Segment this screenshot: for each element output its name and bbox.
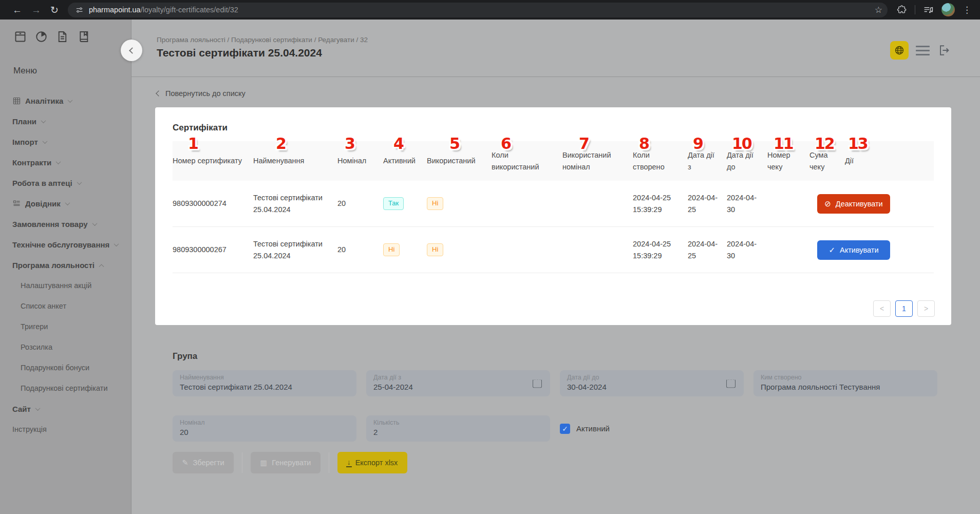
chevron-down-icon: [114, 241, 119, 246]
generate-button[interactable]: ▥ Генерувати: [251, 452, 321, 473]
cell-name: Тестові сертифікати 25.04.2024: [253, 231, 337, 269]
column-header: 5Використаний: [427, 141, 492, 181]
field-кількість[interactable]: Кількість2: [366, 415, 550, 442]
active-badge: Ні: [383, 243, 400, 256]
pie-chart-icon[interactable]: [34, 30, 48, 44]
annotation-mark-8: 8: [639, 136, 649, 151]
browser-menu-icon[interactable]: ⋮: [963, 5, 971, 15]
check-icon: ✓: [828, 245, 835, 255]
sidebar-item-довідник[interactable]: Довідник: [0, 193, 131, 214]
sidebar-item-розсилка[interactable]: Розсилка: [0, 337, 131, 357]
menu-toggle-button[interactable]: [916, 44, 930, 58]
column-header: 1Номер сертификату: [173, 141, 253, 181]
save-button[interactable]: ✎ Зберегти: [173, 452, 234, 473]
cell-date-from: 2024-04-25: [688, 231, 727, 269]
column-header-label: Коли використаний: [492, 149, 555, 173]
sidebar-item-сайт[interactable]: Сайт: [0, 398, 131, 419]
active-checkbox-label: Активний: [576, 424, 610, 433]
column-header-label: Номінал: [337, 155, 366, 166]
chevron-up-icon: [99, 264, 104, 269]
field-ким-створено[interactable]: Ким створеноПрограма лояльності Тестуван…: [753, 370, 937, 396]
chevron-down-icon: [77, 180, 82, 185]
address-bar[interactable]: pharmapoint.ua/loyalty/gift-certificates…: [68, 3, 888, 17]
sidebar-item-налаштування-акцій[interactable]: Налаштування акцій: [0, 275, 131, 296]
field-номінал[interactable]: Номінал20: [173, 415, 356, 442]
field-label: Найменування: [180, 374, 349, 382]
sidebar-item-робота-в-аптеці[interactable]: Робота в аптеці: [0, 173, 131, 193]
document-icon[interactable]: [55, 30, 69, 44]
column-header: 10Дата дії до: [727, 141, 767, 181]
sidebar-item-label: Сайт: [12, 405, 31, 413]
sidebar-item-подарункові-сертифікати[interactable]: Подарункові сертифікати: [0, 378, 131, 398]
cell-date-to: 2024-04-30: [727, 185, 767, 222]
used-badge: Ні: [427, 243, 443, 256]
sidebar-item-аналітика[interactable]: Аналітика: [0, 90, 131, 111]
sidebar-item-label: Подарункові сертифікати: [21, 384, 107, 392]
site-info-icon[interactable]: [75, 6, 84, 14]
sidebar-item-програма-лояльності[interactable]: Програма лояльності: [0, 255, 131, 275]
export-xlsx-button[interactable]: ↓ Експорт xlsx: [337, 452, 407, 473]
language-button[interactable]: [890, 41, 909, 60]
sidebar-collapse-button[interactable]: [121, 40, 142, 61]
save-button-label: Зберегти: [193, 459, 224, 467]
column-header: 3Номінал: [337, 141, 383, 181]
book-icon[interactable]: [77, 30, 90, 44]
logout-icon[interactable]: [937, 44, 950, 57]
browser-toolbar: ← → ↻ pharmapoint.ua/loyalty/gift-certif…: [0, 0, 980, 20]
extensions-icon[interactable]: [897, 5, 907, 15]
sidebar-item-інструкція[interactable]: Інструкція: [0, 419, 131, 440]
back-to-list-label: Повернутись до списку: [165, 89, 246, 98]
sidebar-item-label: Плани: [12, 117, 36, 126]
browser-forward-icon[interactable]: →: [31, 5, 41, 15]
pagination-prev-button[interactable]: <: [873, 300, 891, 317]
column-header: 13Дії: [845, 141, 934, 181]
active-badge: Так: [383, 190, 427, 217]
media-controls-icon[interactable]: [923, 5, 934, 15]
cabinet-icon[interactable]: [13, 30, 27, 44]
grid-icon: [12, 97, 21, 105]
sidebar-item-технічне-обслуговування[interactable]: Технічне обслуговування: [0, 234, 131, 255]
active-checkbox[interactable]: ✓Активний: [560, 424, 610, 434]
browser-back-icon[interactable]: ←: [12, 5, 22, 15]
sidebar-item-тригери[interactable]: Тригери: [0, 316, 131, 337]
sidebar-item-плани[interactable]: Плани: [0, 111, 131, 131]
field-дата-дії-до[interactable]: Дата дії до30-04-2024: [560, 370, 744, 396]
field-value: 25-04-2024: [373, 382, 543, 392]
field-label: Номінал: [180, 419, 349, 427]
back-to-list-link[interactable]: Повернутись до списку: [157, 89, 246, 98]
field-label: Дата дії з: [373, 374, 543, 382]
calendar-icon[interactable]: [726, 379, 736, 388]
column-header-label: Сума чеку: [809, 149, 838, 173]
cell-certificate-number: 9809300000267: [173, 237, 253, 262]
sidebar-item-список-анкет[interactable]: Список анкет: [0, 296, 131, 316]
pagination-next-button[interactable]: >: [917, 300, 935, 317]
field-value: Програма лояльності Тестування: [761, 382, 930, 392]
sidebar-item-label: Розсилка: [21, 343, 52, 351]
breadcrumb[interactable]: Програма лояльності / Подарункові сертиф…: [157, 36, 368, 44]
chevron-down-icon: [92, 221, 97, 226]
page-title: Тестові сертифікати 25.04.2024: [157, 47, 322, 59]
browser-reload-icon[interactable]: ↻: [50, 5, 59, 15]
chevron-down-icon: [65, 200, 70, 205]
activate-button[interactable]: ✓Активувати: [817, 240, 890, 260]
sidebar-item-подарункові-бонуси[interactable]: Подарункові бонуси: [0, 357, 131, 378]
pagination-page-1[interactable]: 1: [895, 300, 913, 317]
field-value: 2: [373, 427, 543, 437]
annotation-mark-1: 1: [188, 136, 198, 151]
annotation-mark-5: 5: [449, 136, 459, 151]
column-header-label: Використаний номінал: [562, 149, 626, 173]
table-row: 9809300000267Тестові сертифікати 25.04.2…: [173, 227, 934, 273]
sidebar-item-label: Замовлення товару: [12, 220, 88, 229]
field-дата-дії-з[interactable]: Дата дії з25-04-2024: [366, 370, 550, 396]
annotation-mark-11: 11: [774, 136, 793, 151]
sidebar-item-замовлення-товару[interactable]: Замовлення товару: [0, 214, 131, 234]
cell-date-from: 2024-04-25: [688, 185, 727, 222]
sidebar-item-контракти[interactable]: Контракти: [0, 152, 131, 173]
browser-profile-avatar[interactable]: [941, 3, 955, 16]
deactivate-button[interactable]: ⊘Деактивувати: [817, 194, 890, 214]
calendar-icon[interactable]: [533, 379, 542, 388]
sidebar-item-імпорт[interactable]: Імпорт: [0, 131, 131, 152]
field-найменування[interactable]: НайменуванняТестові сертифікати 25.04.20…: [173, 370, 356, 396]
bookmark-star-icon[interactable]: ☆: [875, 5, 882, 15]
sidebar-item-label: Тригери: [21, 322, 48, 331]
